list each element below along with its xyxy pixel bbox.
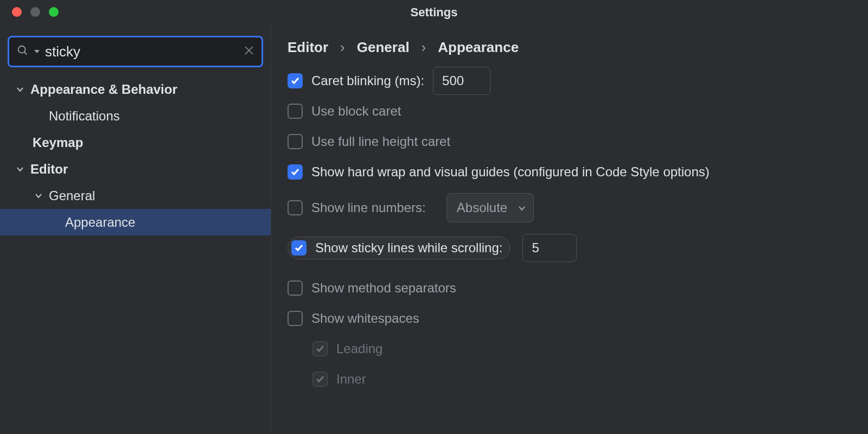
option-sticky-lines: Show sticky lines while scrolling:: [288, 233, 852, 263]
sidebar-item-label: General: [49, 188, 95, 203]
option-block-caret: Use block caret: [288, 96, 852, 126]
sticky-lines-label: Show sticky lines while scrolling:: [315, 240, 502, 256]
hard-wrap-checkbox[interactable]: [288, 164, 303, 180]
chevron-right-icon: ›: [340, 39, 345, 56]
titlebar: Settings: [0, 0, 868, 24]
sidebar-item-label: Notifications: [49, 108, 120, 124]
settings-search-input[interactable]: [45, 43, 239, 60]
svg-line-1: [24, 52, 27, 55]
ws-leading-label: Leading: [336, 341, 382, 356]
whitespaces-label: Show whitespaces: [311, 311, 419, 326]
sidebar-item-label: Appearance: [65, 215, 135, 230]
caret-blinking-checkbox[interactable]: [288, 73, 303, 88]
line-numbers-checkbox[interactable]: [288, 200, 303, 215]
option-hard-wrap-guides: Show hard wrap and visual guides (config…: [288, 157, 852, 187]
ws-leading-checkbox: [312, 341, 328, 356]
settings-search[interactable]: [8, 36, 263, 67]
search-icon: [17, 44, 29, 59]
option-full-line-caret: Use full line height caret: [288, 126, 852, 157]
sidebar-item-appearance[interactable]: Appearance: [0, 209, 271, 235]
option-line-numbers: Show line numbers: Absolute: [288, 193, 852, 223]
line-numbers-label: Show line numbers:: [311, 200, 426, 215]
caret-blinking-label: Caret blinking (ms):: [311, 73, 424, 88]
settings-sidebar: Appearance & BehaviorNotificationsKeymap…: [0, 24, 271, 434]
window-controls: [0, 7, 59, 17]
line-numbers-select-value: Absolute: [457, 200, 507, 215]
option-caret-blinking: Caret blinking (ms):: [288, 66, 852, 96]
chevron-down-icon[interactable]: [30, 192, 47, 200]
sticky-lines-input[interactable]: [522, 234, 577, 262]
chevron-down-icon[interactable]: [12, 165, 28, 173]
ws-inner-checkbox: [312, 372, 328, 387]
search-options-chevron-icon[interactable]: [34, 47, 40, 56]
chevron-down-icon: [518, 200, 526, 215]
chevron-right-icon: ›: [422, 39, 426, 56]
method-separators-label: Show method separators: [311, 280, 456, 296]
option-method-separators: Show method separators: [288, 273, 852, 303]
sidebar-item-label: Editor: [30, 162, 68, 177]
option-ws-inner: Inner: [288, 364, 852, 394]
full-line-caret-checkbox[interactable]: [288, 134, 303, 149]
window-close-button[interactable]: [12, 7, 22, 17]
window-zoom-button[interactable]: [49, 7, 59, 17]
full-line-caret-label: Use full line height caret: [311, 134, 450, 149]
sidebar-item-label: Appearance & Behavior: [30, 82, 177, 97]
sidebar-item-appearance-behavior[interactable]: Appearance & Behavior: [0, 76, 271, 103]
block-caret-label: Use block caret: [311, 104, 401, 119]
caret-blinking-input[interactable]: [433, 67, 490, 95]
window-title: Settings: [411, 5, 458, 20]
breadcrumb-item[interactable]: Editor: [288, 39, 328, 56]
sticky-lines-checkbox[interactable]: [291, 240, 307, 256]
whitespaces-checkbox[interactable]: [288, 311, 303, 326]
sidebar-item-keymap[interactable]: Keymap: [0, 129, 271, 156]
line-numbers-select[interactable]: Absolute: [446, 193, 534, 222]
method-separators-checkbox[interactable]: [288, 280, 303, 296]
chevron-down-icon[interactable]: [12, 86, 28, 93]
block-caret-checkbox[interactable]: [288, 104, 303, 119]
svg-point-0: [18, 46, 25, 53]
ws-inner-label: Inner: [336, 372, 366, 387]
breadcrumb: Editor › General › Appearance: [271, 24, 868, 66]
breadcrumb-item[interactable]: Appearance: [438, 39, 519, 56]
sidebar-item-label: Keymap: [33, 135, 83, 150]
window-minimize-button[interactable]: [30, 7, 40, 17]
hard-wrap-label: Show hard wrap and visual guides (config…: [311, 164, 710, 180]
search-hit-highlight: Show sticky lines while scrolling:: [288, 237, 510, 259]
clear-search-icon[interactable]: [244, 46, 254, 58]
option-ws-leading: Leading: [288, 334, 852, 364]
breadcrumb-item[interactable]: General: [357, 39, 410, 56]
option-whitespaces: Show whitespaces: [288, 303, 852, 334]
sidebar-item-general[interactable]: General: [0, 182, 271, 209]
settings-tree: Appearance & BehaviorNotificationsKeymap…: [0, 75, 271, 235]
settings-panel: Editor › General › Appearance Caret blin…: [271, 24, 868, 434]
sidebar-item-notifications[interactable]: Notifications: [0, 103, 271, 129]
sidebar-item-editor[interactable]: Editor: [0, 156, 271, 182]
